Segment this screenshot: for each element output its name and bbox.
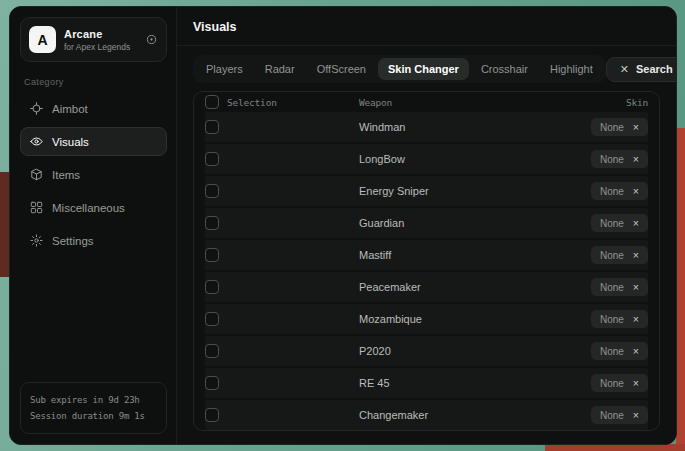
skin-badge[interactable]: None × (591, 342, 648, 360)
sidebar-item-visuals[interactable]: Visuals (20, 127, 167, 156)
row-checkbox[interactable] (205, 344, 219, 358)
sidebar-item-label: Items (52, 169, 80, 181)
skin-badge[interactable]: None × (591, 214, 648, 232)
eye-icon (30, 135, 43, 148)
target-icon[interactable] (145, 33, 158, 46)
row-checkbox[interactable] (205, 248, 219, 262)
session-card: Sub expires in 9d 23h Session duration 9… (20, 382, 167, 434)
table-row: Peacemaker None × (205, 272, 648, 302)
table-row: Mastiff None × (205, 240, 648, 270)
clear-skin-icon: × (633, 378, 639, 389)
weapon-name: RE 45 (359, 377, 556, 389)
grid-icon (30, 201, 43, 214)
skin-badge[interactable]: None × (591, 182, 648, 200)
tab-bar: Players Radar OffScreen Skin Changer Cro… (193, 55, 606, 83)
weapon-name: Mozambique (359, 313, 556, 325)
sidebar-item-label: Aimbot (52, 103, 88, 115)
sidebar-item-settings[interactable]: Settings (20, 226, 167, 255)
weapon-name: Energy Sniper (359, 185, 556, 197)
tab-skin-changer[interactable]: Skin Changer (378, 58, 469, 80)
sidebar-item-label: Settings (52, 235, 94, 247)
toolbar: Players Radar OffScreen Skin Changer Cro… (177, 46, 676, 89)
sidebar-item-miscellaneous[interactable]: Miscellaneous (20, 193, 167, 222)
weapon-name: Mastiff (359, 249, 556, 261)
clear-skin-icon: × (633, 410, 639, 421)
table-header-row: Selection Weapon Skin (205, 92, 648, 112)
table-row: Energy Sniper None × (205, 176, 648, 206)
row-checkbox[interactable] (205, 184, 219, 198)
session-duration-text: Session duration 9m 1s (30, 408, 157, 424)
weapon-name: Windman (359, 121, 556, 133)
app-subtitle: for Apex Legends (64, 42, 137, 52)
table-row: P2020 None × (205, 336, 648, 366)
box-icon (30, 168, 43, 181)
clear-skin-icon: × (633, 250, 639, 261)
weapon-name: Guardian (359, 217, 556, 229)
skin-badge[interactable]: None × (591, 278, 648, 296)
row-checkbox[interactable] (205, 280, 219, 294)
sidebar-item-items[interactable]: Items (20, 160, 167, 189)
table-row: Windman None × (205, 112, 648, 142)
app-logo: A (29, 26, 56, 53)
search-button[interactable]: ✕ Search (606, 57, 677, 82)
skin-badge[interactable]: None × (591, 310, 648, 328)
search-icon: ✕ (620, 63, 629, 76)
row-checkbox[interactable] (205, 120, 219, 134)
skin-badge[interactable]: None × (591, 246, 648, 264)
clear-skin-icon: × (633, 346, 639, 357)
weapon-name: Changemaker (359, 409, 556, 421)
weapon-name: LongBow (359, 153, 556, 165)
tab-highlight[interactable]: Highlight (540, 58, 603, 80)
main-panel: Visuals Players Radar OffScreen Skin Cha… (177, 7, 676, 444)
skin-value: None (600, 218, 624, 229)
weapon-name: P2020 (359, 345, 556, 357)
skin-changer-table: Selection Weapon Skin Windman None × Lon… (193, 91, 660, 431)
weapon-name: Peacemaker (359, 281, 556, 293)
clear-skin-icon: × (633, 186, 639, 197)
row-checkbox[interactable] (205, 152, 219, 166)
skin-badge[interactable]: None × (591, 374, 648, 392)
table-body: Windman None × LongBow None × Energy Sni… (205, 112, 648, 430)
skin-badge[interactable]: None × (591, 118, 648, 136)
category-label: Category (24, 77, 163, 87)
skin-value: None (600, 282, 624, 293)
tab-crosshair[interactable]: Crosshair (471, 58, 538, 80)
select-all-checkbox[interactable] (205, 95, 219, 109)
sidebar-item-label: Visuals (52, 136, 89, 148)
skin-badge[interactable]: None × (591, 406, 648, 424)
tab-players[interactable]: Players (196, 58, 253, 80)
sidebar: A Arcane for Apex Legends Category Aimbo… (10, 7, 177, 444)
row-checkbox[interactable] (205, 312, 219, 326)
app-window: A Arcane for Apex Legends Category Aimbo… (9, 6, 677, 445)
table-row: RE 45 None × (205, 368, 648, 398)
skin-value: None (600, 122, 624, 133)
row-checkbox[interactable] (205, 408, 219, 422)
crosshair-icon (30, 102, 43, 115)
skin-value: None (600, 250, 624, 261)
sidebar-item-aimbot[interactable]: Aimbot (20, 94, 167, 123)
column-header-weapon: Weapon (359, 97, 556, 108)
skin-value: None (600, 410, 624, 421)
skin-value: None (600, 186, 624, 197)
table-row: Mozambique None × (205, 304, 648, 334)
background-red-strip (676, 128, 685, 451)
tab-radar[interactable]: Radar (255, 58, 305, 80)
clear-skin-icon: × (633, 122, 639, 133)
gear-icon (30, 234, 43, 247)
skin-badge[interactable]: None × (591, 150, 648, 168)
table-row: Guardian None × (205, 208, 648, 238)
clear-skin-icon: × (633, 314, 639, 325)
skin-value: None (600, 378, 624, 389)
tab-offscreen[interactable]: OffScreen (307, 58, 376, 80)
row-checkbox[interactable] (205, 376, 219, 390)
table-row: LongBow None × (205, 144, 648, 174)
clear-skin-icon: × (633, 154, 639, 165)
row-checkbox[interactable] (205, 216, 219, 230)
brand-card: A Arcane for Apex Legends (20, 17, 167, 62)
app-title: Arcane (64, 28, 137, 40)
background-red-corner (545, 444, 685, 451)
clear-skin-icon: × (633, 282, 639, 293)
skin-value: None (600, 154, 624, 165)
column-header-selection: Selection (227, 97, 359, 108)
skin-value: None (600, 346, 624, 357)
